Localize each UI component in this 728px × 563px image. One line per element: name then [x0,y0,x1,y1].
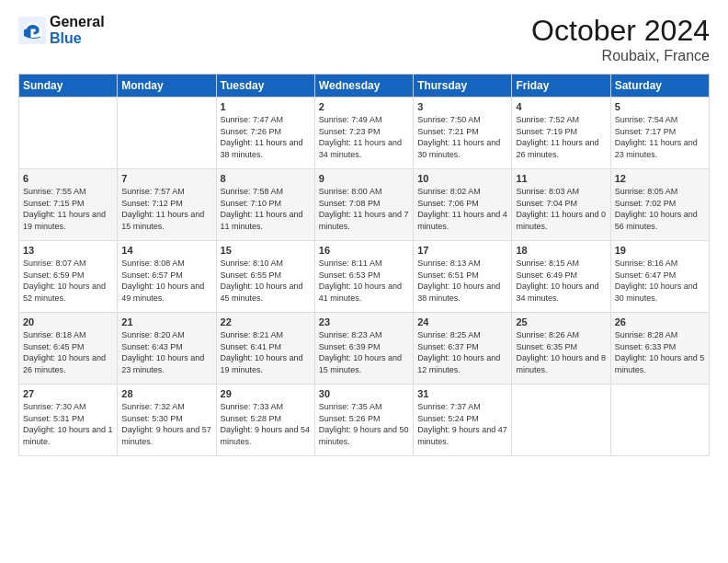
cell-info: Sunrise: 8:05 AM Sunset: 7:02 PM Dayligh… [615,186,705,232]
table-row: 12Sunrise: 8:05 AM Sunset: 7:02 PM Dayli… [610,169,709,241]
cell-info: Sunrise: 8:28 AM Sunset: 6:33 PM Dayligh… [615,329,705,375]
cell-info: Sunrise: 8:16 AM Sunset: 6:47 PM Dayligh… [615,258,705,304]
col-header-wednesday: Wednesday [314,75,413,98]
day-number: 29 [221,388,311,399]
day-number: 31 [417,388,507,399]
table-row: 15Sunrise: 8:10 AM Sunset: 6:55 PM Dayli… [216,241,314,313]
table-row: 1Sunrise: 7:47 AM Sunset: 7:26 PM Daylig… [216,98,314,169]
day-number: 28 [121,388,211,399]
logo-text: General Blue [50,14,105,46]
day-number: 9 [319,173,409,184]
day-number: 27 [23,388,113,399]
cell-info: Sunrise: 7:50 AM Sunset: 7:21 PM Dayligh… [417,114,507,160]
table-row: 8Sunrise: 7:58 AM Sunset: 7:10 PM Daylig… [216,169,314,241]
table-row: 2Sunrise: 7:49 AM Sunset: 7:23 PM Daylig… [314,98,413,169]
day-number: 14 [121,245,211,256]
col-header-friday: Friday [512,75,610,98]
table-row [19,98,118,169]
table-row: 11Sunrise: 8:03 AM Sunset: 7:04 PM Dayli… [512,169,610,241]
cell-info: Sunrise: 8:21 AM Sunset: 6:41 PM Dayligh… [221,329,311,375]
table-row: 4Sunrise: 7:52 AM Sunset: 7:19 PM Daylig… [512,98,610,169]
day-number: 20 [23,316,113,327]
table-row: 3Sunrise: 7:50 AM Sunset: 7:21 PM Daylig… [414,98,512,169]
table-row: 17Sunrise: 8:13 AM Sunset: 6:51 PM Dayli… [414,241,512,313]
table-row: 7Sunrise: 7:57 AM Sunset: 7:12 PM Daylig… [118,169,216,241]
cell-info: Sunrise: 8:20 AM Sunset: 6:43 PM Dayligh… [121,329,211,375]
col-header-thursday: Thursday [414,75,512,98]
table-row [610,385,709,456]
cell-info: Sunrise: 7:47 AM Sunset: 7:26 PM Dayligh… [221,114,311,160]
day-number: 5 [615,101,705,112]
table-row: 21Sunrise: 8:20 AM Sunset: 6:43 PM Dayli… [118,313,216,385]
cell-info: Sunrise: 8:00 AM Sunset: 7:08 PM Dayligh… [319,186,409,232]
cell-info: Sunrise: 8:08 AM Sunset: 6:57 PM Dayligh… [121,258,211,304]
table-row: 14Sunrise: 8:08 AM Sunset: 6:57 PM Dayli… [118,241,216,313]
day-number: 22 [221,316,311,327]
day-number: 8 [221,173,311,184]
col-header-sunday: Sunday [19,75,118,98]
title-block: October 2024 Roubaix, France [531,14,710,64]
cell-info: Sunrise: 8:11 AM Sunset: 6:53 PM Dayligh… [319,258,409,304]
cell-info: Sunrise: 8:26 AM Sunset: 6:35 PM Dayligh… [516,329,606,375]
table-row: 18Sunrise: 8:15 AM Sunset: 6:49 PM Dayli… [512,241,610,313]
cell-info: Sunrise: 7:33 AM Sunset: 5:28 PM Dayligh… [221,401,311,447]
table-row: 27Sunrise: 7:30 AM Sunset: 5:31 PM Dayli… [19,385,118,456]
table-row: 31Sunrise: 7:37 AM Sunset: 5:24 PM Dayli… [414,385,512,456]
day-number: 19 [615,245,705,256]
cell-info: Sunrise: 7:37 AM Sunset: 5:24 PM Dayligh… [417,401,507,447]
month-title: October 2024 [531,14,710,48]
cell-info: Sunrise: 7:58 AM Sunset: 7:10 PM Dayligh… [221,186,311,232]
table-row: 26Sunrise: 8:28 AM Sunset: 6:33 PM Dayli… [610,313,709,385]
table-row: 24Sunrise: 8:25 AM Sunset: 6:37 PM Dayli… [414,313,512,385]
day-number: 26 [615,316,705,327]
cell-info: Sunrise: 7:55 AM Sunset: 7:15 PM Dayligh… [23,186,113,232]
cell-info: Sunrise: 8:18 AM Sunset: 6:45 PM Dayligh… [23,329,113,375]
day-number: 15 [221,245,311,256]
table-row [118,98,216,169]
table-row: 9Sunrise: 8:00 AM Sunset: 7:08 PM Daylig… [314,169,413,241]
cell-info: Sunrise: 7:57 AM Sunset: 7:12 PM Dayligh… [121,186,211,232]
day-number: 1 [221,101,311,112]
day-number: 10 [417,173,507,184]
cell-info: Sunrise: 8:15 AM Sunset: 6:49 PM Dayligh… [516,258,606,304]
cell-info: Sunrise: 7:32 AM Sunset: 5:30 PM Dayligh… [121,401,211,447]
cell-info: Sunrise: 8:07 AM Sunset: 6:59 PM Dayligh… [23,258,113,304]
table-row: 13Sunrise: 8:07 AM Sunset: 6:59 PM Dayli… [19,241,118,313]
cell-info: Sunrise: 8:25 AM Sunset: 6:37 PM Dayligh… [417,329,507,375]
day-number: 6 [23,173,113,184]
table-row: 30Sunrise: 7:35 AM Sunset: 5:26 PM Dayli… [314,385,413,456]
day-number: 12 [615,173,705,184]
cell-info: Sunrise: 7:35 AM Sunset: 5:26 PM Dayligh… [319,401,409,447]
day-number: 11 [516,173,606,184]
cell-info: Sunrise: 7:30 AM Sunset: 5:31 PM Dayligh… [23,401,113,447]
logo: General Blue [18,14,105,46]
day-number: 3 [417,101,507,112]
logo-icon [18,17,46,44]
table-row: 5Sunrise: 7:54 AM Sunset: 7:17 PM Daylig… [610,98,709,169]
col-header-saturday: Saturday [610,75,709,98]
cell-info: Sunrise: 7:49 AM Sunset: 7:23 PM Dayligh… [319,114,409,160]
day-number: 23 [319,316,409,327]
day-number: 2 [319,101,409,112]
location: Roubaix, France [531,48,710,64]
table-row: 29Sunrise: 7:33 AM Sunset: 5:28 PM Dayli… [216,385,314,456]
cell-info: Sunrise: 8:03 AM Sunset: 7:04 PM Dayligh… [516,186,606,232]
table-row: 23Sunrise: 8:23 AM Sunset: 6:39 PM Dayli… [314,313,413,385]
day-number: 4 [516,101,606,112]
col-header-monday: Monday [118,75,216,98]
table-row: 28Sunrise: 7:32 AM Sunset: 5:30 PM Dayli… [118,385,216,456]
table-row [512,385,610,456]
calendar-table: SundayMondayTuesdayWednesdayThursdayFrid… [18,74,710,456]
day-number: 24 [417,316,507,327]
cell-info: Sunrise: 8:13 AM Sunset: 6:51 PM Dayligh… [417,258,507,304]
day-number: 16 [319,245,409,256]
table-row: 25Sunrise: 8:26 AM Sunset: 6:35 PM Dayli… [512,313,610,385]
col-header-tuesday: Tuesday [216,75,314,98]
cell-info: Sunrise: 8:02 AM Sunset: 7:06 PM Dayligh… [417,186,507,232]
cell-info: Sunrise: 7:52 AM Sunset: 7:19 PM Dayligh… [516,114,606,160]
table-row: 10Sunrise: 8:02 AM Sunset: 7:06 PM Dayli… [414,169,512,241]
day-number: 30 [319,388,409,399]
cell-info: Sunrise: 8:23 AM Sunset: 6:39 PM Dayligh… [319,329,409,375]
table-row: 16Sunrise: 8:11 AM Sunset: 6:53 PM Dayli… [314,241,413,313]
day-number: 18 [516,245,606,256]
